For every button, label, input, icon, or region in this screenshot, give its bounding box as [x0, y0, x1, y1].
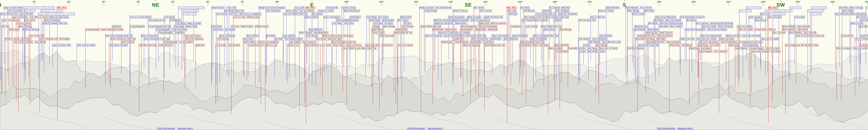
copyright-link[interactable]: ©2012 Ulrich Deuschle: [657, 127, 675, 129]
peak-label: Beinn Mheadhon [Beinn Mheadhan]: [835, 13, 866, 15]
attribution: ©2012 Ulrich DeuschleData source: Alps 1…: [157, 127, 196, 129]
peak-line: [243, 40, 243, 75]
peak-line: [109, 46, 110, 84]
peak-line: [18, 28, 19, 112]
peak-label: Sgurr na Ruaidhe - Meallan Buidhe: [24, 6, 55, 9]
peak-label: Creagan Gorm: [183, 13, 196, 15]
copyright-link[interactable]: ©2012 Ulrich Deuschle: [157, 127, 175, 129]
peak-label: Bidean nam Bian - Stob Coire nam Beith: [726, 34, 761, 37]
peak-label: Meall Buidhe - Creag Riabhach: [441, 41, 469, 43]
peak-label: Meall nan Tarmachan: [433, 19, 453, 22]
peak-label: Na Gruagaichean NW Top [North Top]: [785, 44, 818, 46]
peak-label: Ben Tee: [1, 25, 9, 28]
peak-label: Meall a'Bhainne: [304, 44, 319, 46]
peak-label: Creag Meagaidh - An Cearcallach: [163, 41, 193, 43]
peak-label: Carn Dearg: [306, 34, 317, 37]
peak-line: [231, 28, 231, 113]
peak-label: Carn na Caorach: [16, 22, 31, 25]
peak-label: Sgurr Choinnich Mor: [52, 44, 71, 46]
peak-label: Carn Mairg: [366, 16, 376, 19]
peak-label: Aonach Eagach - The Chancellor: [698, 50, 727, 53]
compass-tick: [590, 3, 590, 6]
compass-degree-label: 150°: [518, 1, 523, 3]
peak-label: Sgorr nam Fiannaidh: [761, 38, 779, 40]
peak-line: [484, 46, 485, 110]
copyright-link[interactable]: ©2012 Ulrich Deuschle: [407, 127, 425, 129]
peak-label: Meall na Fearna: [453, 9, 467, 12]
peak-label: Schiehallion: [349, 16, 361, 19]
peak-line: [560, 31, 560, 110]
peak-label: Creise: [583, 44, 590, 46]
peak-label: Ben Oss North Top: [579, 19, 596, 22]
peak-label: Stob Coire Sgriodain: [185, 38, 204, 40]
peak-label: Meall Greigh: [382, 19, 394, 22]
peak-label: Meall Breac: [347, 19, 358, 22]
peak-line: [782, 31, 783, 94]
peak-line: [421, 28, 421, 112]
peak-label: Carn Dearg - Meall nam Fiadh: [315, 38, 342, 40]
peak-label: Meall na Lice: [287, 44, 300, 46]
peak-label: Meall Dearg - Am Bodach: [689, 47, 712, 50]
peak-label: Beinn Achaladair: [512, 34, 528, 37]
peak-label: Meall nan Subh: [467, 16, 481, 19]
peak-label: Meall Buidhe West Top: [421, 25, 441, 28]
peak-label: Ben Lui NW Top: [590, 16, 605, 19]
peak-label: Carn Dearg: [164, 16, 175, 19]
peak-line: [788, 34, 789, 78]
datasource-link[interactable]: Data source: Alps 1": [428, 127, 443, 129]
peak-label: Cam Chreag: [526, 25, 537, 28]
peak-line: [163, 43, 164, 94]
peak-label: Fiarach: [554, 19, 561, 22]
peak-label: Beinn Sgulaird: [749, 16, 762, 19]
peak-line: [14, 43, 14, 87]
peak-line: [355, 50, 356, 86]
datasource-link[interactable]: Data source: Alps 1": [678, 127, 693, 129]
peak-label: Creag Meagaidh - Creag Mhor: [158, 31, 185, 34]
peak-label: Stob Coire an Laoigh: [76, 44, 95, 46]
peak-label: Meall Chomraidh: [379, 34, 395, 37]
compass-tick: [468, 0, 468, 2]
peak-line: [526, 28, 526, 103]
peak-label: Beinn na Lap: [265, 44, 277, 46]
peak-label: Meall Bhalach: [519, 44, 532, 46]
compass-cardinal-ne: NE: [152, 2, 159, 8]
peak-label: Creag Ghorm: [841, 34, 854, 37]
peak-label: Ben Starav - Stob Coire Dheirg: [654, 19, 681, 22]
peak-line: [266, 12, 266, 85]
peak-line: [213, 31, 213, 66]
peak-label: Meall Dubh: [8, 28, 19, 31]
peak-label: Beinn Odhar: [544, 28, 555, 31]
peak-line: [839, 9, 839, 68]
peak-label: Stob Choire Claurigh: [109, 44, 128, 46]
peak-label: Sgorr a'Choise: [772, 31, 785, 34]
peak-label: Carn nan Gabhar North Top: [283, 13, 308, 15]
peak-label: Beinn Bheag: [627, 9, 639, 12]
peak-line: [185, 40, 185, 87]
peak-label: Stob Ban - Meall a'Bhuirich: [149, 44, 173, 46]
peak-label: Beinn a'Chaorainn North Top: [110, 38, 136, 40]
attribution: ©2012 Ulrich DeuschleData source: Alps 1…: [407, 127, 446, 129]
peak-label: Beinn a'Bheithir - Sgorr Bhan: [782, 28, 808, 31]
peak-line: [655, 19, 655, 81]
peak-label: Beinn Bheag: [559, 28, 571, 31]
peak-line: [217, 40, 218, 101]
peak-line: [398, 22, 398, 85]
peak-label: Meall Chuaich: [212, 6, 225, 9]
peak-label: Beinn a'Chaorainn: [141, 34, 158, 37]
peak-label: Beinn na Cloiche: [346, 44, 362, 46]
datasource-link[interactable]: Data source: Alps 1": [178, 127, 193, 129]
peak-label: Carn Liath: [294, 6, 305, 9]
peak-label: Mam a'Chroisg: [18, 25, 32, 28]
peak-label: Stuc a'Chroin: [479, 9, 492, 12]
peak-label: Ben Ledi: [507, 9, 516, 12]
peak-label: Beul Choire nan Each: [856, 16, 868, 19]
peak-label: Ben More: [839, 6, 848, 9]
peak-label: Meall Buidhe - Guala Mhor: [470, 41, 494, 43]
peak-label: Beinn Mholach - Glas Mheall Mor: [299, 31, 328, 34]
peak-label: Stob Dubh - Beinn Ceitlein: [659, 25, 682, 28]
peak-label: Ben Alder - Sron Bealach Beithe: [274, 38, 303, 40]
peak-label: Beinn Heasgarnich - Stob an Fhir-Bhogha: [461, 25, 497, 28]
compass-tick: [694, 3, 694, 6]
peak-label: Sgor Gaibhre: [283, 34, 295, 37]
peak-label: Carnan Eoin: [789, 6, 801, 9]
